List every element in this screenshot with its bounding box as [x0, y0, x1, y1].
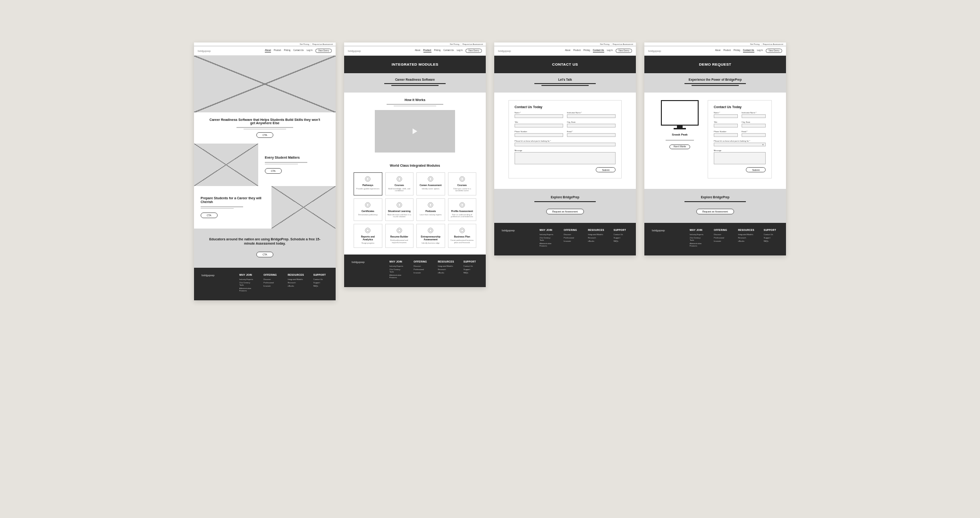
link-get-pricing[interactable]: Get Pricing: [600, 43, 609, 45]
monitor-icon: [661, 100, 699, 129]
feature2-cta-button[interactable]: CTA: [201, 212, 218, 218]
input-name[interactable]: [515, 114, 563, 118]
how-it-works-button[interactable]: How it Works: [669, 144, 690, 149]
svg-rect-19: [398, 229, 400, 232]
input-looking[interactable]: [515, 143, 616, 146]
nav-login[interactable]: Log In: [307, 49, 313, 52]
sneak-peak-label: Sneak Peak: [672, 133, 687, 136]
brand-logo[interactable]: bridgeprep: [198, 49, 211, 53]
feature2-title: Prepare Students for a Career they will …: [201, 196, 265, 204]
svg-point-12: [428, 202, 433, 207]
view-demo-button[interactable]: View Demo: [766, 49, 782, 53]
nav-pricing[interactable]: Pricing: [284, 49, 291, 52]
svg-point-20: [428, 228, 433, 233]
input-city[interactable]: [742, 124, 766, 127]
nav-about[interactable]: About: [265, 49, 271, 52]
how-it-works-section: How it Works: [344, 93, 486, 158]
input-phone[interactable]: [714, 133, 738, 137]
nav-pricing[interactable]: Pricing: [583, 49, 590, 52]
module-card[interactable]: Profile AssessmentGain an understanding …: [448, 198, 477, 221]
input-institution[interactable]: [567, 114, 616, 118]
nav-contact[interactable]: Contact Us: [743, 49, 754, 52]
intro-band: Let's Talk: [494, 73, 636, 93]
feature2-image-placeholder: [271, 186, 336, 229]
submit-button[interactable]: Submit: [746, 167, 766, 172]
svg-point-18: [397, 228, 402, 233]
module-card[interactable]: Entrepreneurship AssessmentIdentify busi…: [416, 224, 445, 247]
module-card[interactable]: PathwaysProvides guided experiences: [354, 172, 382, 195]
brand-logo[interactable]: bridgeprep: [648, 49, 661, 53]
submit-button[interactable]: Submit: [596, 167, 616, 172]
module-icon: [427, 176, 434, 182]
input-name[interactable]: [714, 114, 738, 118]
module-title: Courses: [457, 184, 467, 187]
svg-point-8: [365, 202, 371, 207]
link-request-assessment[interactable]: Request an Assessment: [763, 43, 783, 45]
view-demo-button[interactable]: View Demo: [315, 49, 332, 53]
view-demo-button[interactable]: View Demo: [616, 49, 632, 53]
input-email[interactable]: [742, 133, 766, 137]
nav-contact[interactable]: Contact Us: [593, 49, 604, 52]
input-institution[interactable]: [742, 114, 766, 118]
link-request-assessment[interactable]: Request an Assessment: [613, 43, 633, 45]
module-card[interactable]: CoursesChart your course to a wonderful …: [448, 172, 477, 195]
view-demo-button[interactable]: View Demo: [465, 49, 482, 53]
closing-cta-button[interactable]: CTA: [256, 252, 273, 257]
link-get-pricing[interactable]: Get Pricing: [750, 43, 760, 45]
module-card[interactable]: CoursesBuild knowledge, skills, and conf…: [385, 172, 414, 195]
feature1-cta-button[interactable]: CTA: [265, 168, 282, 174]
hero-cta-button[interactable]: CTA: [256, 132, 273, 138]
closing-title: Educators around the nation are using Br…: [208, 237, 321, 246]
nav-contact[interactable]: Contact Us: [293, 49, 304, 52]
input-city[interactable]: [567, 124, 616, 127]
module-card[interactable]: Resume BuilderBuild professional and imp…: [385, 224, 414, 247]
nav-pricing[interactable]: Pricing: [734, 49, 740, 52]
link-get-pricing[interactable]: Get Pricing: [450, 43, 459, 45]
label-name: Name *: [515, 111, 563, 114]
module-card[interactable]: Reports and AnalyticsGauge progress: [354, 224, 382, 247]
nav-about[interactable]: About: [565, 49, 571, 52]
textarea-message[interactable]: [714, 152, 766, 164]
feature-row-2: Prepare Students for a Career they will …: [194, 186, 336, 229]
label-name: Name *: [714, 111, 738, 114]
brand-logo[interactable]: bridgeprep: [348, 49, 361, 53]
module-title: Business Plan: [454, 235, 470, 238]
nav-product[interactable]: Product: [274, 49, 281, 52]
frame-home: Get Pricing | Request an Assessment brid…: [194, 42, 336, 300]
module-card[interactable]: Career AssessmentIdentify career options: [416, 172, 445, 195]
module-title: Entrepreneurship Assessment: [419, 235, 443, 241]
link-request-assessment[interactable]: Request an Assessment: [463, 43, 483, 45]
input-email[interactable]: [567, 133, 616, 137]
nav-product[interactable]: Product: [574, 49, 581, 52]
nav-pricing[interactable]: Pricing: [434, 49, 441, 52]
nav-login[interactable]: Log In: [757, 49, 763, 52]
input-title[interactable]: [714, 124, 738, 127]
module-title: Courses: [395, 184, 404, 187]
nav-about[interactable]: About: [415, 49, 421, 52]
nav-about[interactable]: About: [715, 49, 721, 52]
module-card[interactable]: Situational LearningMake decisions and l…: [385, 198, 414, 221]
module-title: Profile Assessment: [451, 210, 473, 212]
explore-cta-button[interactable]: Request an Assessment: [696, 209, 734, 214]
input-title[interactable]: [515, 124, 563, 127]
link-get-pricing[interactable]: Get Pricing: [300, 43, 309, 45]
modules-header: World Class Integrated Modules: [344, 158, 486, 172]
nav-product[interactable]: Product: [724, 49, 731, 52]
module-card[interactable]: CertificatesDemonstrate proficiency: [354, 198, 382, 221]
nav-contact[interactable]: Contact Us: [443, 49, 454, 52]
textarea-message[interactable]: [515, 152, 616, 164]
nav-login[interactable]: Log In: [607, 49, 613, 52]
module-title: Reports and Analytics: [356, 235, 380, 241]
label-title: Title: [714, 121, 738, 123]
nav-login[interactable]: Log In: [457, 49, 463, 52]
brand-logo[interactable]: bridgeprep: [498, 49, 511, 53]
select-looking[interactable]: [714, 143, 766, 146]
module-card[interactable]: PodcastsLearn from industry experts: [416, 198, 445, 221]
explore-cta-button[interactable]: Request an Assessment: [546, 209, 584, 214]
video-placeholder[interactable]: [375, 110, 455, 153]
link-request-assessment[interactable]: Request an Assessment: [313, 43, 333, 45]
input-phone[interactable]: [515, 133, 563, 137]
nav-product[interactable]: Product: [423, 49, 431, 52]
module-desc: Learn from industry experts: [420, 214, 441, 216]
module-card[interactable]: Business PlanCreate professional busines…: [448, 224, 477, 247]
